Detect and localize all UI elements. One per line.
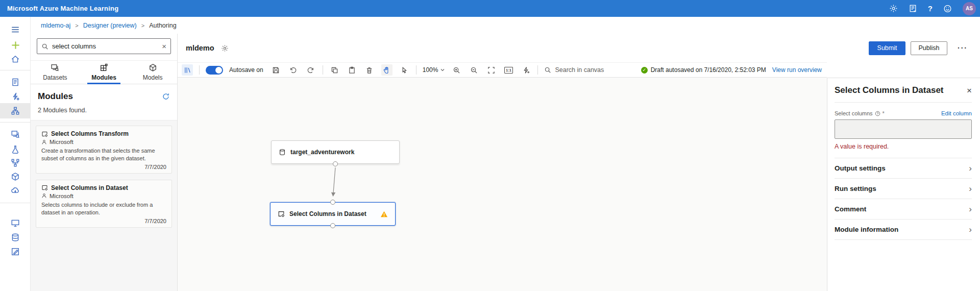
compute-icon[interactable]	[0, 215, 31, 231]
rail-divider	[0, 203, 31, 203]
palette-search-box[interactable]: ×	[37, 38, 171, 54]
app-title: Microsoft Azure Machine Learning	[7, 5, 118, 12]
zoom-actual-size-icon[interactable]: 1:1	[503, 64, 514, 76]
help-icon[interactable]: ?	[928, 4, 933, 13]
field-label: Select columns	[835, 110, 873, 116]
clear-search-icon[interactable]: ×	[162, 42, 166, 50]
more-options-icon[interactable]: ···	[958, 44, 968, 52]
delete-icon[interactable]	[364, 64, 375, 76]
pipelines-icon[interactable]	[0, 155, 31, 171]
autosave-label: Autosave on	[229, 66, 263, 74]
breadcrumb-workspace-link[interactable]: mldemo-aj	[41, 22, 70, 29]
tab-models[interactable]: Models	[128, 61, 177, 84]
app-window: Microsoft Azure Machine Learning ? AS ml…	[0, 0, 980, 291]
datasets-icon[interactable]	[0, 127, 31, 142]
search-icon	[544, 66, 551, 74]
node-target-adventurework[interactable]: target_adventurework	[271, 140, 400, 164]
select-pointer-icon[interactable]	[399, 64, 410, 76]
refresh-icon[interactable]	[162, 92, 170, 101]
smiley-feedback-icon[interactable]	[943, 4, 952, 13]
module-card-date: 7/7/2020	[41, 218, 166, 224]
zoom-out-icon[interactable]	[468, 64, 479, 76]
output-port[interactable]	[330, 223, 335, 228]
module-palette-panel: × Datasets Modules Models Modules 2 Modu…	[31, 34, 177, 291]
result-count: 2 Modules found.	[31, 102, 177, 120]
zoom-in-icon[interactable]	[451, 64, 462, 76]
palette-search-input[interactable]	[52, 42, 158, 50]
module-card-title: Select Columns Transform	[51, 130, 129, 137]
auto-layout-icon[interactable]	[520, 64, 531, 76]
modules-tab-icon	[100, 63, 108, 72]
automated-ml-icon[interactable]	[0, 89, 31, 104]
tab-label: Models	[143, 74, 163, 81]
module-card-select-columns-in-dataset[interactable]: Select Columns in Dataset Microsoft Sele…	[36, 180, 172, 228]
close-icon[interactable]: ×	[967, 86, 972, 95]
canvas-search-input[interactable]	[555, 66, 631, 74]
panel-divider	[835, 102, 972, 103]
input-port[interactable]	[330, 200, 335, 205]
submit-button[interactable]: Submit	[869, 41, 905, 55]
header-actions: Submit Publish ···	[869, 41, 968, 55]
new-plus-icon[interactable]	[0, 37, 31, 53]
data-labeling-icon[interactable]	[0, 244, 31, 259]
tab-datasets[interactable]: Datasets	[31, 61, 80, 84]
breadcrumb-current-page: Authoring	[149, 22, 177, 29]
module-card-author: Microsoft	[50, 139, 74, 145]
copy-icon[interactable]	[329, 64, 340, 76]
home-icon[interactable]	[0, 52, 31, 67]
edit-column-link[interactable]: Edit column	[941, 110, 972, 116]
autosave-toggle[interactable]	[206, 66, 223, 75]
hamburger-menu-icon[interactable]	[0, 22, 31, 37]
section-comment[interactable]: Comment ›	[835, 199, 972, 220]
redo-icon[interactable]	[305, 64, 316, 76]
autosave-status: ✓ Draft autosaved on 7/16/2020, 2:52:03 …	[641, 66, 822, 74]
section-run-settings[interactable]: Run settings ›	[835, 179, 972, 199]
select-columns-input[interactable]	[835, 119, 972, 139]
output-port[interactable]	[333, 161, 338, 166]
endpoints-icon[interactable]	[0, 183, 31, 198]
user-avatar[interactable]: AS	[963, 2, 976, 15]
save-icon[interactable]	[271, 64, 282, 76]
toolbar-divider	[537, 65, 538, 75]
paste-icon[interactable]	[347, 64, 358, 76]
designer-icon[interactable]	[0, 103, 31, 118]
chevron-right-icon: ›	[969, 204, 972, 214]
section-module-information[interactable]: Module information ›	[835, 220, 972, 240]
module-card-author: Microsoft	[50, 193, 74, 199]
module-icon	[41, 131, 48, 137]
feedback-icon[interactable]	[909, 4, 917, 13]
edge-connector	[178, 78, 827, 291]
view-run-overview-link[interactable]: View run overview	[772, 66, 822, 74]
pipeline-header: mldemo Submit Publish ···	[177, 34, 980, 62]
pan-hand-icon[interactable]	[381, 64, 393, 76]
toolbar-divider	[199, 65, 200, 75]
designer-canvas[interactable]: target_adventurework Select Columns in D…	[177, 78, 827, 291]
module-card-select-columns-transform[interactable]: Select Columns Transform Microsoft Creat…	[36, 126, 172, 174]
section-output-settings[interactable]: Output settings ›	[835, 158, 972, 179]
node-label: Select Columns in Dataset	[289, 210, 366, 217]
search-icon	[41, 43, 48, 50]
notebooks-icon[interactable]	[0, 75, 31, 90]
person-icon	[41, 193, 47, 199]
toggle-palette-icon[interactable]	[182, 64, 193, 76]
node-select-columns-in-dataset[interactable]: Select Columns in Dataset	[270, 202, 396, 226]
required-asterisk: *	[883, 110, 885, 116]
breadcrumb: mldemo-aj > Designer (preview) > Authori…	[31, 17, 980, 34]
datastores-icon[interactable]	[0, 230, 31, 245]
zoom-level-dropdown[interactable]: 100%	[423, 66, 445, 74]
publish-button[interactable]: Publish	[911, 41, 947, 55]
undo-icon[interactable]	[288, 64, 299, 76]
person-icon	[41, 139, 47, 145]
breadcrumb-designer-link[interactable]: Designer (preview)	[83, 22, 137, 29]
settings-gear-icon[interactable]	[889, 4, 898, 13]
fit-to-screen-icon[interactable]	[485, 64, 497, 76]
chevron-right-icon: ›	[969, 184, 972, 194]
rail-divider	[0, 122, 31, 123]
palette-heading: Modules	[38, 91, 73, 102]
tab-modules[interactable]: Modules	[80, 61, 129, 84]
canvas-search-box[interactable]	[544, 66, 631, 74]
dataset-icon	[279, 149, 286, 156]
models-icon[interactable]	[0, 169, 31, 184]
help-info-icon[interactable]	[875, 111, 880, 116]
pipeline-settings-gear-icon[interactable]	[221, 44, 229, 52]
